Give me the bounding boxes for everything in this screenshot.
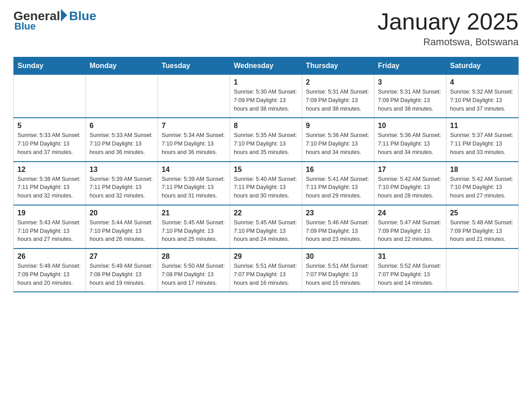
day-cell: 17Sunrise: 5:42 AM Sunset: 7:10 PM Dayli…: [374, 162, 446, 205]
day-info: Sunrise: 5:32 AM Sunset: 7:10 PM Dayligh…: [450, 88, 515, 113]
day-number: 20: [90, 209, 154, 217]
day-number: 25: [450, 209, 515, 217]
day-number: 7: [162, 122, 226, 130]
day-cell: 25Sunrise: 5:48 AM Sunset: 7:09 PM Dayli…: [446, 205, 519, 248]
day-number: 17: [378, 166, 442, 174]
day-info: Sunrise: 5:52 AM Sunset: 7:07 PM Dayligh…: [378, 262, 442, 287]
header-thursday: Thursday: [302, 57, 374, 75]
day-number: 16: [306, 166, 370, 174]
day-info: Sunrise: 5:33 AM Sunset: 7:10 PM Dayligh…: [90, 131, 154, 156]
day-cell: 24Sunrise: 5:47 AM Sunset: 7:09 PM Dayli…: [374, 205, 446, 248]
day-number: 2: [306, 78, 370, 86]
day-info: Sunrise: 5:35 AM Sunset: 7:10 PM Dayligh…: [234, 131, 298, 156]
day-cell: 19Sunrise: 5:43 AM Sunset: 7:10 PM Dayli…: [14, 205, 86, 248]
day-number: 18: [450, 166, 515, 174]
week-row-4: 19Sunrise: 5:43 AM Sunset: 7:10 PM Dayli…: [14, 205, 519, 248]
day-cell: 9Sunrise: 5:36 AM Sunset: 7:10 PM Daylig…: [302, 118, 374, 161]
day-info: Sunrise: 5:48 AM Sunset: 7:09 PM Dayligh…: [17, 262, 82, 287]
day-number: 29: [234, 253, 298, 261]
week-row-5: 26Sunrise: 5:48 AM Sunset: 7:09 PM Dayli…: [14, 248, 519, 292]
day-info: Sunrise: 5:36 AM Sunset: 7:10 PM Dayligh…: [306, 131, 370, 156]
logo-bottom-text: Blue: [14, 21, 36, 32]
day-cell: 1Sunrise: 5:30 AM Sunset: 7:09 PM Daylig…: [230, 75, 302, 118]
day-number: 1: [234, 78, 298, 86]
day-cell: 21Sunrise: 5:45 AM Sunset: 7:10 PM Dayli…: [158, 205, 230, 248]
day-number: 28: [162, 253, 226, 261]
day-cell: 18Sunrise: 5:42 AM Sunset: 7:10 PM Dayli…: [446, 162, 519, 205]
day-info: Sunrise: 5:47 AM Sunset: 7:09 PM Dayligh…: [378, 218, 442, 244]
day-info: Sunrise: 5:43 AM Sunset: 7:10 PM Dayligh…: [17, 218, 82, 244]
day-info: Sunrise: 5:37 AM Sunset: 7:11 PM Dayligh…: [450, 131, 515, 156]
day-cell: 4Sunrise: 5:32 AM Sunset: 7:10 PM Daylig…: [446, 75, 519, 118]
day-info: Sunrise: 5:45 AM Sunset: 7:10 PM Dayligh…: [162, 218, 226, 244]
day-number: 26: [17, 253, 82, 261]
day-number: 12: [17, 166, 82, 174]
day-info: Sunrise: 5:39 AM Sunset: 7:11 PM Dayligh…: [162, 175, 226, 200]
day-cell: 5Sunrise: 5:33 AM Sunset: 7:10 PM Daylig…: [14, 118, 86, 161]
day-cell: [86, 75, 158, 118]
calendar-subtitle: Ramotswa, Botswana: [378, 36, 519, 48]
week-row-1: 1Sunrise: 5:30 AM Sunset: 7:09 PM Daylig…: [14, 75, 519, 118]
day-info: Sunrise: 5:31 AM Sunset: 7:09 PM Dayligh…: [306, 88, 370, 113]
day-info: Sunrise: 5:50 AM Sunset: 7:08 PM Dayligh…: [162, 262, 226, 287]
logo-triangle-icon: [61, 9, 67, 21]
day-cell: 31Sunrise: 5:52 AM Sunset: 7:07 PM Dayli…: [374, 248, 446, 292]
day-number: 23: [306, 209, 370, 217]
header-friday: Friday: [374, 57, 446, 75]
day-info: Sunrise: 5:49 AM Sunset: 7:08 PM Dayligh…: [90, 262, 154, 287]
logo-blue-text: Blue: [69, 9, 96, 23]
day-number: 31: [378, 253, 442, 261]
day-cell: 29Sunrise: 5:51 AM Sunset: 7:07 PM Dayli…: [230, 248, 302, 292]
day-number: 30: [306, 253, 370, 261]
day-cell: 8Sunrise: 5:35 AM Sunset: 7:10 PM Daylig…: [230, 118, 302, 161]
day-number: 3: [378, 78, 442, 86]
day-cell: 13Sunrise: 5:39 AM Sunset: 7:11 PM Dayli…: [86, 162, 158, 205]
logo: General Blue Blue: [13, 9, 96, 32]
day-info: Sunrise: 5:36 AM Sunset: 7:11 PM Dayligh…: [378, 131, 442, 156]
day-info: Sunrise: 5:45 AM Sunset: 7:10 PM Dayligh…: [234, 218, 298, 244]
day-cell: 27Sunrise: 5:49 AM Sunset: 7:08 PM Dayli…: [86, 248, 158, 292]
day-number: 10: [378, 122, 442, 130]
day-number: 13: [90, 166, 154, 174]
day-info: Sunrise: 5:44 AM Sunset: 7:10 PM Dayligh…: [90, 218, 154, 244]
header-wednesday: Wednesday: [230, 57, 302, 75]
day-info: Sunrise: 5:41 AM Sunset: 7:11 PM Dayligh…: [306, 175, 370, 200]
calendar-title: January 2025: [378, 9, 519, 34]
day-info: Sunrise: 5:42 AM Sunset: 7:10 PM Dayligh…: [450, 175, 515, 200]
day-number: 15: [234, 166, 298, 174]
day-cell: 20Sunrise: 5:44 AM Sunset: 7:10 PM Dayli…: [86, 205, 158, 248]
day-cell: 15Sunrise: 5:40 AM Sunset: 7:11 PM Dayli…: [230, 162, 302, 205]
day-cell: 11Sunrise: 5:37 AM Sunset: 7:11 PM Dayli…: [446, 118, 519, 161]
header-saturday: Saturday: [446, 57, 519, 75]
header-sunday: Sunday: [14, 57, 86, 75]
day-cell: 3Sunrise: 5:31 AM Sunset: 7:09 PM Daylig…: [374, 75, 446, 118]
day-number: 21: [162, 209, 226, 217]
header-tuesday: Tuesday: [158, 57, 230, 75]
day-cell: 14Sunrise: 5:39 AM Sunset: 7:11 PM Dayli…: [158, 162, 230, 205]
page-header: General Blue Blue January 2025 Ramotswa,…: [13, 9, 519, 48]
day-number: 11: [450, 122, 515, 130]
day-number: 14: [162, 166, 226, 174]
day-cell: [446, 248, 519, 292]
day-cell: 7Sunrise: 5:34 AM Sunset: 7:10 PM Daylig…: [158, 118, 230, 161]
day-cell: 12Sunrise: 5:38 AM Sunset: 7:11 PM Dayli…: [14, 162, 86, 205]
day-number: 4: [450, 78, 515, 86]
day-number: 9: [306, 122, 370, 130]
day-cell: 6Sunrise: 5:33 AM Sunset: 7:10 PM Daylig…: [86, 118, 158, 161]
day-cell: 2Sunrise: 5:31 AM Sunset: 7:09 PM Daylig…: [302, 75, 374, 118]
day-info: Sunrise: 5:30 AM Sunset: 7:09 PM Dayligh…: [234, 88, 298, 113]
day-info: Sunrise: 5:31 AM Sunset: 7:09 PM Dayligh…: [378, 88, 442, 113]
day-number: 27: [90, 253, 154, 261]
day-cell: 30Sunrise: 5:51 AM Sunset: 7:07 PM Dayli…: [302, 248, 374, 292]
week-row-2: 5Sunrise: 5:33 AM Sunset: 7:10 PM Daylig…: [14, 118, 519, 161]
day-number: 5: [17, 122, 82, 130]
day-cell: 23Sunrise: 5:46 AM Sunset: 7:09 PM Dayli…: [302, 205, 374, 248]
title-area: January 2025 Ramotswa, Botswana: [378, 9, 519, 48]
day-info: Sunrise: 5:46 AM Sunset: 7:09 PM Dayligh…: [306, 218, 370, 244]
day-info: Sunrise: 5:39 AM Sunset: 7:11 PM Dayligh…: [90, 175, 154, 200]
day-number: 6: [90, 122, 154, 130]
day-number: 19: [17, 209, 82, 217]
day-info: Sunrise: 5:42 AM Sunset: 7:10 PM Dayligh…: [378, 175, 442, 200]
day-cell: 26Sunrise: 5:48 AM Sunset: 7:09 PM Dayli…: [14, 248, 86, 292]
header-row: SundayMondayTuesdayWednesdayThursdayFrid…: [14, 57, 519, 75]
